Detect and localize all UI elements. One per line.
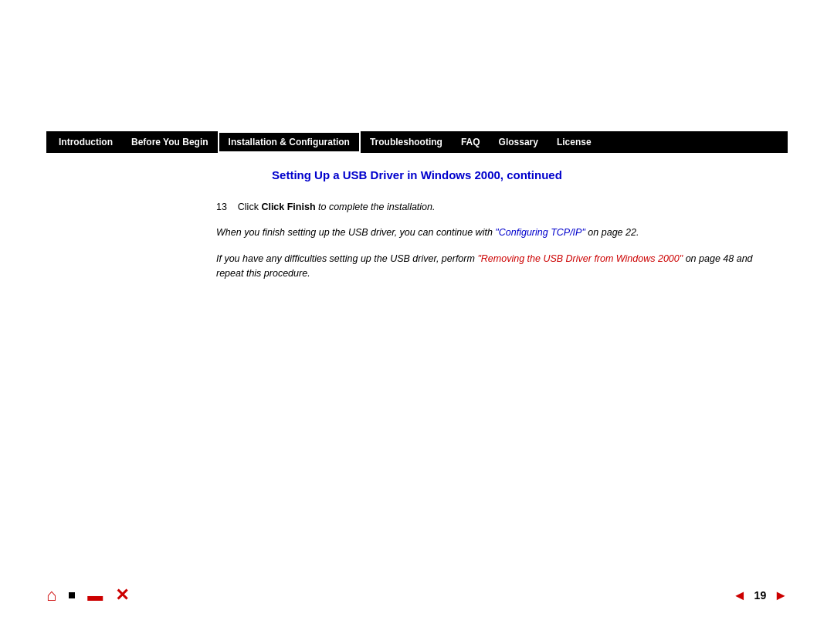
- link-configuring-tcp-ip[interactable]: "Configuring TCP/IP": [495, 227, 585, 238]
- para1-prefix: When you finish setting up the USB drive…: [216, 227, 495, 238]
- nav-introduction[interactable]: Introduction: [49, 131, 122, 153]
- content-area: Setting Up a USB Driver in Windows 2000,…: [46, 153, 788, 551]
- next-arrow-icon[interactable]: ►: [774, 588, 788, 604]
- navigation-bar: Introduction Before You Begin Installati…: [46, 131, 788, 153]
- paragraph-tcp-ip: When you finish setting up the USB drive…: [216, 225, 757, 240]
- nav-troubleshooting[interactable]: Troubleshooting: [361, 131, 452, 153]
- para1-suffix: on page 22.: [585, 227, 639, 238]
- para2-prefix: If you have any difficulties setting up …: [216, 253, 477, 264]
- step-click-finish-label: Click: [238, 202, 262, 212]
- home-icon[interactable]: ⌂: [46, 585, 56, 605]
- step-finish-bold: Click Finish: [261, 202, 315, 212]
- nav-glossary[interactable]: Glossary: [490, 131, 548, 153]
- step-13-suffix: to complete the installation.: [316, 202, 436, 212]
- prev-arrow-icon[interactable]: ◄: [733, 588, 747, 604]
- page-navigation: ◄ 19 ►: [733, 588, 788, 604]
- bottom-navigation: ⌂ ▬ ✕ ◄ 19 ►: [46, 585, 788, 605]
- nav-license[interactable]: License: [548, 131, 601, 153]
- prev-page-icon[interactable]: ▬: [87, 587, 103, 605]
- nav-faq[interactable]: FAQ: [452, 131, 490, 153]
- step-13: 13 Click Click Finish to complete the in…: [216, 200, 757, 215]
- page-number: 19: [754, 589, 767, 602]
- nav-installation-configuration[interactable]: Installation & Configuration: [218, 131, 361, 153]
- step-number: 13: [216, 202, 227, 212]
- link-removing-usb-driver[interactable]: "Removing the USB Driver from Windows 20…: [477, 253, 683, 264]
- page-title: Setting Up a USB Driver in Windows 2000,…: [46, 168, 788, 181]
- paragraph-removing-driver: If you have any difficulties setting up …: [216, 252, 757, 282]
- content-body: 13 Click Click Finish to complete the in…: [216, 200, 757, 282]
- dot-icon: [69, 592, 75, 598]
- close-icon[interactable]: ✕: [115, 585, 129, 605]
- bottom-left-icons: ⌂ ▬ ✕: [46, 585, 129, 605]
- nav-before-you-begin[interactable]: Before You Begin: [122, 131, 218, 153]
